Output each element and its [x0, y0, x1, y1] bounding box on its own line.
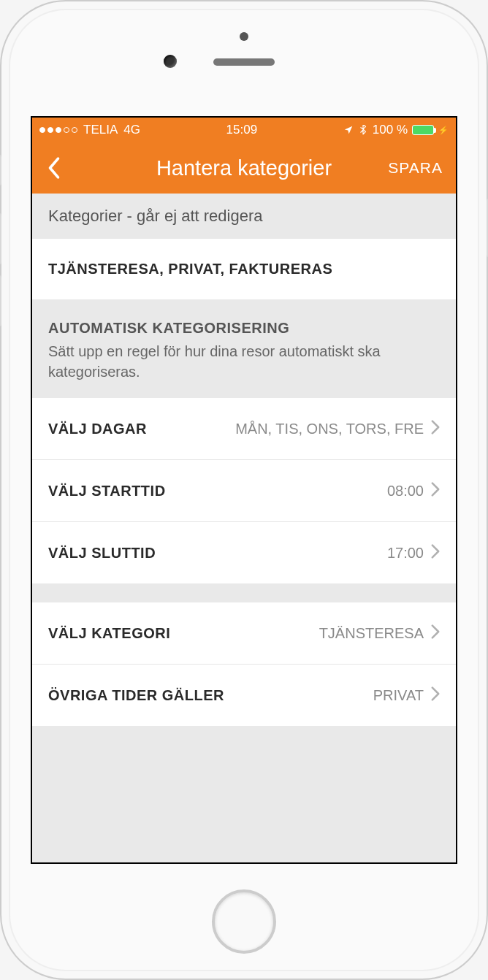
other-times-label: ÖVRIGA TIDER GÄLLER [48, 687, 224, 704]
auto-categorization-subtitle: Sätt upp en regel för hur dina resor aut… [48, 341, 440, 382]
chevron-left-icon [46, 156, 62, 180]
status-bar: TELIA 4G 15:09 100 % ⚡ [32, 118, 456, 142]
select-category-label: VÄLJ KATEGORI [48, 625, 170, 642]
phone-speaker [213, 58, 275, 66]
back-button[interactable] [32, 142, 76, 194]
front-camera [164, 55, 177, 68]
chevron-right-icon [431, 624, 440, 642]
network-label: 4G [123, 123, 140, 137]
content-scroll[interactable]: Kategorier - går ej att redigera TJÄNSTE… [32, 194, 456, 862]
home-button[interactable] [212, 889, 276, 954]
select-start-time-row[interactable]: VÄLJ STARTTID 08:00 [32, 460, 456, 522]
screen: TELIA 4G 15:09 100 % ⚡ Hantera katego [31, 116, 457, 864]
status-right: 100 % ⚡ [343, 123, 449, 137]
locked-categories-cell: TJÄNSTERESA, PRIVAT, FAKTURERAS [32, 239, 456, 299]
locked-categories-title: Kategorier - går ej att redigera [48, 207, 440, 226]
battery-icon [412, 125, 434, 135]
other-times-row[interactable]: ÖVRIGA TIDER GÄLLER PRIVAT [32, 665, 456, 726]
select-category-value: TJÄNSTERESA [319, 625, 424, 642]
select-days-label: VÄLJ DAGAR [48, 421, 147, 437]
status-left: TELIA 4G [39, 123, 140, 137]
bluetooth-icon [358, 125, 368, 135]
select-start-time-value: 08:00 [387, 483, 424, 499]
volume-down-button [0, 275, 1, 326]
mute-switch [0, 155, 1, 185]
auto-categorization-header: AUTOMATISK KATEGORISERING Sätt upp en re… [32, 299, 456, 398]
signal-strength-icon [39, 127, 77, 133]
section-divider [32, 583, 456, 602]
select-days-row[interactable]: VÄLJ DAGAR MÅN, TIS, ONS, TORS, FRE [32, 398, 456, 460]
select-start-time-label: VÄLJ STARTTID [48, 483, 166, 499]
status-time: 15:09 [226, 123, 258, 137]
select-end-time-row[interactable]: VÄLJ SLUTTID 17:00 [32, 522, 456, 583]
other-times-value: PRIVAT [373, 687, 424, 704]
volume-up-button [0, 213, 1, 264]
phone-frame: TELIA 4G 15:09 100 % ⚡ Hantera katego [0, 0, 488, 980]
save-button[interactable]: SPARA [388, 159, 456, 177]
battery-percent: 100 % [373, 123, 408, 137]
locked-categories-header: Kategorier - går ej att redigera [32, 194, 456, 239]
proximity-sensor [240, 32, 248, 41]
select-end-time-value: 17:00 [387, 545, 424, 562]
nav-bar: Hantera kategorier SPARA [32, 142, 456, 194]
carrier-label: TELIA [83, 123, 118, 137]
auto-categorization-title: AUTOMATISK KATEGORISERING [48, 320, 440, 337]
chevron-right-icon [431, 544, 440, 562]
chevron-right-icon [431, 482, 440, 499]
select-end-time-label: VÄLJ SLUTTID [48, 545, 156, 562]
locked-categories-value: TJÄNSTERESA, PRIVAT, FAKTURERAS [48, 261, 440, 277]
select-category-row[interactable]: VÄLJ KATEGORI TJÄNSTERESA [32, 602, 456, 665]
select-days-value: MÅN, TIS, ONS, TORS, FRE [235, 421, 424, 437]
charging-icon: ⚡ [438, 126, 449, 135]
location-icon [343, 125, 354, 135]
chevron-right-icon [431, 686, 440, 704]
chevron-right-icon [431, 420, 440, 437]
